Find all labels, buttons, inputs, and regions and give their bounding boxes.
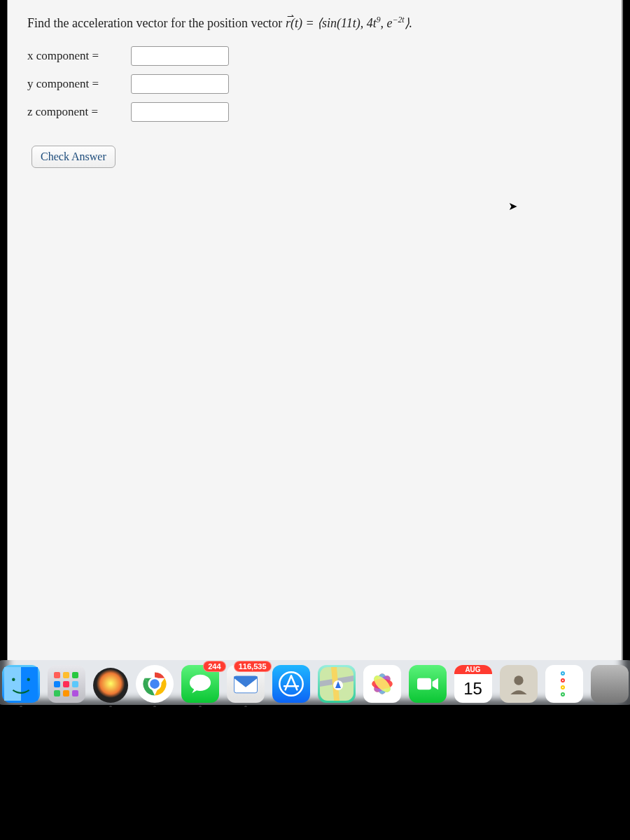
calendar-icon[interactable]: AUG 15 [454,665,492,703]
app-content: Find the acceleration vector for the pos… [7,0,623,700]
check-answer-button[interactable]: Check Answer [31,146,115,168]
y-label: y component = [27,77,125,91]
dock-bar: 244 116,535 [0,660,630,705]
svg-point-3 [27,678,29,681]
problem-prompt: Find the acceleration vector for the pos… [27,15,602,31]
photos-icon[interactable] [363,665,401,703]
mouse-cursor-icon: ➤ [508,200,517,213]
y-component-input[interactable] [131,74,229,94]
svg-point-7 [190,675,211,691]
z-row: z component = [27,102,602,122]
photobooth-icon[interactable] [93,668,128,703]
svg-rect-0 [4,667,21,701]
svg-rect-1 [21,667,38,701]
calendar-month: AUG [454,665,492,674]
x-label: x component = [27,49,125,63]
messages-icon[interactable]: 244 [181,665,219,703]
messages-badge: 244 [203,661,225,672]
maps-icon[interactable] [318,665,356,703]
x-row: x component = [27,46,602,66]
calendar-day: 15 [463,674,482,703]
svg-point-21 [514,676,523,685]
reminders-icon[interactable] [545,665,583,703]
svg-rect-20 [417,678,431,690]
appstore-icon[interactable] [272,665,310,703]
chrome-icon[interactable] [136,665,174,703]
mail-icon[interactable]: 116,535 [227,665,265,703]
files-icon[interactable] [591,665,629,703]
contacts-icon[interactable] [500,665,538,703]
y-row: y component = [27,74,602,94]
finder-icon[interactable] [2,665,40,703]
z-label: z component = [27,105,125,119]
z-component-input[interactable] [131,102,229,122]
mail-badge: 116,535 [234,661,272,672]
prompt-text: Find the acceleration vector for the pos… [27,16,286,30]
black-border [0,707,630,840]
math-expression: ⇀r(t) = ⟨sin(11t), 4t9, e−2t⟩. [286,16,412,30]
x-component-input[interactable] [131,46,229,66]
launchpad-icon[interactable] [48,665,85,703]
svg-point-2 [12,678,15,681]
problem-area: Find the acceleration vector for the pos… [8,0,622,182]
facetime-icon[interactable] [409,665,447,703]
dock: 244 116,535 [0,660,630,705]
